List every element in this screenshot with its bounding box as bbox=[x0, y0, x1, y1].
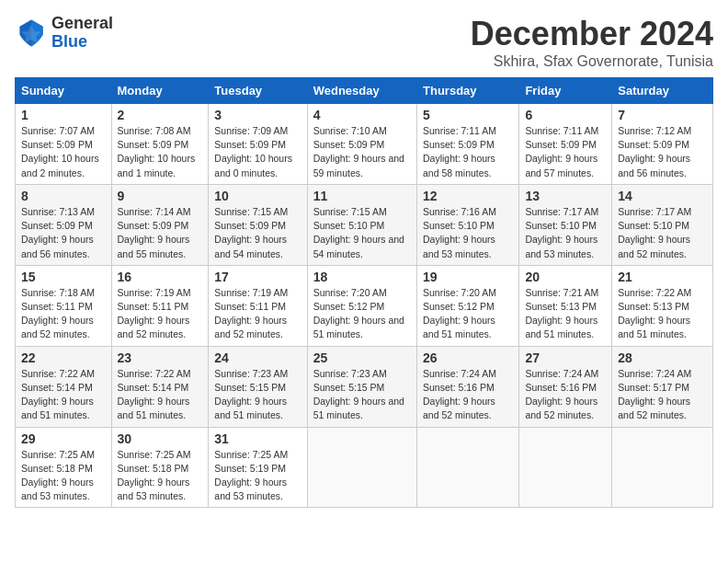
day-number: 15 bbox=[21, 270, 106, 284]
day-number: 6 bbox=[525, 108, 606, 122]
column-header-saturday: Saturday bbox=[612, 78, 713, 104]
column-header-thursday: Thursday bbox=[417, 78, 519, 104]
day-detail: Sunrise: 7:23 AMSunset: 5:15 PMDaylight:… bbox=[214, 367, 301, 423]
day-number: 22 bbox=[21, 350, 106, 365]
calendar-cell: 4Sunrise: 7:10 AMSunset: 5:09 PMDaylight… bbox=[307, 104, 416, 185]
day-detail: Sunrise: 7:22 AMSunset: 5:14 PMDaylight:… bbox=[21, 367, 106, 423]
day-detail: Sunrise: 7:24 AMSunset: 5:16 PMDaylight:… bbox=[423, 367, 513, 423]
day-detail: Sunrise: 7:22 AMSunset: 5:14 PMDaylight:… bbox=[118, 367, 203, 423]
day-detail: Sunrise: 7:22 AMSunset: 5:13 PMDaylight:… bbox=[618, 286, 707, 342]
column-header-tuesday: Tuesday bbox=[209, 78, 307, 104]
calendar-cell: 28Sunrise: 7:24 AMSunset: 5:17 PMDayligh… bbox=[612, 346, 713, 427]
day-detail: Sunrise: 7:20 AMSunset: 5:12 PMDaylight:… bbox=[423, 286, 513, 342]
day-detail: Sunrise: 7:07 AMSunset: 5:09 PMDaylight:… bbox=[21, 124, 106, 180]
day-detail: Sunrise: 7:25 AMSunset: 5:18 PMDaylight:… bbox=[118, 448, 203, 504]
calendar-cell: 24Sunrise: 7:23 AMSunset: 5:15 PMDayligh… bbox=[209, 346, 307, 427]
calendar-cell: 23Sunrise: 7:22 AMSunset: 5:14 PMDayligh… bbox=[111, 346, 209, 427]
calendar-week-row: 22Sunrise: 7:22 AMSunset: 5:14 PMDayligh… bbox=[16, 346, 713, 427]
calendar-cell: 14Sunrise: 7:17 AMSunset: 5:10 PMDayligh… bbox=[612, 184, 713, 265]
day-number: 12 bbox=[423, 189, 513, 203]
day-number: 23 bbox=[118, 350, 203, 365]
calendar-cell: 8Sunrise: 7:13 AMSunset: 5:09 PMDaylight… bbox=[16, 184, 112, 265]
day-detail: Sunrise: 7:11 AMSunset: 5:09 PMDaylight:… bbox=[525, 124, 606, 180]
day-number: 14 bbox=[618, 189, 707, 203]
calendar-cell: 5Sunrise: 7:11 AMSunset: 5:09 PMDaylight… bbox=[417, 104, 519, 185]
day-detail: Sunrise: 7:25 AMSunset: 5:18 PMDaylight:… bbox=[21, 448, 106, 504]
logo-icon bbox=[15, 17, 48, 50]
day-number: 16 bbox=[118, 270, 203, 284]
day-detail: Sunrise: 7:24 AMSunset: 5:17 PMDaylight:… bbox=[618, 367, 707, 423]
calendar-cell: 11Sunrise: 7:15 AMSunset: 5:10 PMDayligh… bbox=[307, 184, 416, 265]
page-header: General Blue December 2024 Skhira, Sfax … bbox=[15, 15, 713, 70]
calendar-cell: 9Sunrise: 7:14 AMSunset: 5:09 PMDaylight… bbox=[111, 184, 209, 265]
day-number: 7 bbox=[618, 108, 707, 122]
day-number: 17 bbox=[214, 270, 301, 284]
day-number: 18 bbox=[313, 270, 411, 284]
column-header-monday: Monday bbox=[111, 78, 209, 104]
day-number: 25 bbox=[313, 350, 411, 365]
calendar-cell: 10Sunrise: 7:15 AMSunset: 5:09 PMDayligh… bbox=[209, 184, 307, 265]
calendar-cell: 31Sunrise: 7:25 AMSunset: 5:19 PMDayligh… bbox=[209, 427, 307, 508]
calendar-cell: 15Sunrise: 7:18 AMSunset: 5:11 PMDayligh… bbox=[16, 265, 112, 346]
day-number: 20 bbox=[525, 270, 606, 284]
day-detail: Sunrise: 7:17 AMSunset: 5:10 PMDaylight:… bbox=[618, 205, 707, 261]
day-detail: Sunrise: 7:16 AMSunset: 5:10 PMDaylight:… bbox=[423, 205, 513, 261]
calendar-cell: 3Sunrise: 7:09 AMSunset: 5:09 PMDaylight… bbox=[209, 104, 307, 185]
day-number: 3 bbox=[214, 108, 301, 122]
logo: General Blue bbox=[15, 15, 113, 52]
day-detail: Sunrise: 7:11 AMSunset: 5:09 PMDaylight:… bbox=[423, 124, 513, 180]
calendar-cell bbox=[417, 427, 519, 508]
day-detail: Sunrise: 7:09 AMSunset: 5:09 PMDaylight:… bbox=[214, 124, 301, 180]
day-number: 9 bbox=[118, 189, 203, 203]
calendar-week-row: 1Sunrise: 7:07 AMSunset: 5:09 PMDaylight… bbox=[16, 104, 713, 185]
month-title: December 2024 bbox=[471, 15, 713, 53]
day-detail: Sunrise: 7:20 AMSunset: 5:12 PMDaylight:… bbox=[313, 286, 411, 342]
calendar-cell: 6Sunrise: 7:11 AMSunset: 5:09 PMDaylight… bbox=[519, 104, 612, 185]
day-detail: Sunrise: 7:25 AMSunset: 5:19 PMDaylight:… bbox=[214, 448, 301, 504]
day-number: 8 bbox=[21, 189, 106, 203]
column-header-wednesday: Wednesday bbox=[307, 78, 416, 104]
calendar-week-row: 29Sunrise: 7:25 AMSunset: 5:18 PMDayligh… bbox=[16, 427, 713, 508]
day-number: 2 bbox=[118, 108, 203, 122]
day-detail: Sunrise: 7:21 AMSunset: 5:13 PMDaylight:… bbox=[525, 286, 606, 342]
calendar-cell: 27Sunrise: 7:24 AMSunset: 5:16 PMDayligh… bbox=[519, 346, 612, 427]
day-number: 29 bbox=[21, 431, 106, 446]
day-detail: Sunrise: 7:08 AMSunset: 5:09 PMDaylight:… bbox=[118, 124, 203, 180]
day-detail: Sunrise: 7:10 AMSunset: 5:09 PMDaylight:… bbox=[313, 124, 411, 180]
calendar-cell: 30Sunrise: 7:25 AMSunset: 5:18 PMDayligh… bbox=[111, 427, 209, 508]
day-detail: Sunrise: 7:13 AMSunset: 5:09 PMDaylight:… bbox=[21, 205, 106, 261]
calendar-header-row: SundayMondayTuesdayWednesdayThursdayFrid… bbox=[16, 78, 713, 104]
day-number: 4 bbox=[313, 108, 411, 122]
calendar-cell: 29Sunrise: 7:25 AMSunset: 5:18 PMDayligh… bbox=[16, 427, 112, 508]
day-number: 31 bbox=[214, 431, 301, 446]
day-detail: Sunrise: 7:19 AMSunset: 5:11 PMDaylight:… bbox=[118, 286, 203, 342]
title-section: December 2024 Skhira, Sfax Governorate, … bbox=[471, 15, 713, 70]
calendar-cell: 18Sunrise: 7:20 AMSunset: 5:12 PMDayligh… bbox=[307, 265, 416, 346]
calendar-cell bbox=[307, 427, 416, 508]
calendar-cell: 25Sunrise: 7:23 AMSunset: 5:15 PMDayligh… bbox=[307, 346, 416, 427]
day-detail: Sunrise: 7:14 AMSunset: 5:09 PMDaylight:… bbox=[118, 205, 203, 261]
day-number: 10 bbox=[214, 189, 301, 203]
day-detail: Sunrise: 7:19 AMSunset: 5:11 PMDaylight:… bbox=[214, 286, 301, 342]
calendar-cell: 7Sunrise: 7:12 AMSunset: 5:09 PMDaylight… bbox=[612, 104, 713, 185]
day-number: 26 bbox=[423, 350, 513, 365]
day-number: 30 bbox=[118, 431, 203, 446]
calendar-table: SundayMondayTuesdayWednesdayThursdayFrid… bbox=[15, 77, 713, 508]
day-detail: Sunrise: 7:15 AMSunset: 5:10 PMDaylight:… bbox=[313, 205, 411, 261]
day-detail: Sunrise: 7:18 AMSunset: 5:11 PMDaylight:… bbox=[21, 286, 106, 342]
day-detail: Sunrise: 7:17 AMSunset: 5:10 PMDaylight:… bbox=[525, 205, 606, 261]
day-number: 27 bbox=[525, 350, 606, 365]
day-detail: Sunrise: 7:12 AMSunset: 5:09 PMDaylight:… bbox=[618, 124, 707, 180]
day-number: 13 bbox=[525, 189, 606, 203]
logo-text: General Blue bbox=[51, 15, 113, 52]
day-detail: Sunrise: 7:15 AMSunset: 5:09 PMDaylight:… bbox=[214, 205, 301, 261]
day-number: 28 bbox=[618, 350, 707, 365]
calendar-cell: 20Sunrise: 7:21 AMSunset: 5:13 PMDayligh… bbox=[519, 265, 612, 346]
calendar-cell: 13Sunrise: 7:17 AMSunset: 5:10 PMDayligh… bbox=[519, 184, 612, 265]
calendar-cell: 16Sunrise: 7:19 AMSunset: 5:11 PMDayligh… bbox=[111, 265, 209, 346]
day-number: 19 bbox=[423, 270, 513, 284]
column-header-sunday: Sunday bbox=[16, 78, 112, 104]
calendar-cell bbox=[519, 427, 612, 508]
calendar-cell: 2Sunrise: 7:08 AMSunset: 5:09 PMDaylight… bbox=[111, 104, 209, 185]
calendar-cell: 19Sunrise: 7:20 AMSunset: 5:12 PMDayligh… bbox=[417, 265, 519, 346]
